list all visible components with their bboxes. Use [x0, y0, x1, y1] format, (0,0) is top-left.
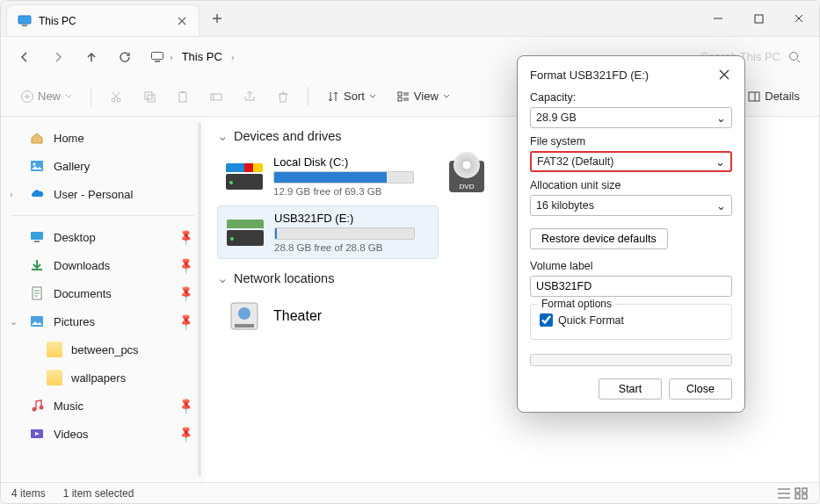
- chevron-down-icon: ⌄: [217, 271, 229, 285]
- view-button[interactable]: View: [389, 82, 458, 112]
- tab-title: This PC: [39, 15, 169, 27]
- rename-button[interactable]: [202, 82, 230, 112]
- storage-bar: [273, 171, 414, 184]
- close-icon[interactable]: [716, 67, 732, 83]
- sidebar: Home Gallery ›User - Personal Desktop📌 D…: [1, 117, 205, 482]
- chevron-right-icon: ›: [170, 52, 173, 62]
- capacity-select[interactable]: 28.9 GB⌄: [530, 107, 732, 128]
- breadcrumb-item[interactable]: This PC: [178, 47, 226, 67]
- downloads-icon: [29, 257, 45, 273]
- status-selected-count: 1 item selected: [63, 487, 134, 500]
- chevron-down-icon: ⌄: [715, 155, 725, 169]
- sidebar-item-gallery[interactable]: Gallery: [4, 152, 201, 180]
- drive-dvd[interactable]: DVD: [449, 161, 484, 192]
- svg-rect-13: [211, 94, 221, 100]
- new-tab-button[interactable]: [200, 1, 235, 36]
- volume-label-label: Volume label: [530, 260, 732, 272]
- restore-defaults-button[interactable]: Restore device defaults: [530, 228, 668, 249]
- media-device-icon: [226, 298, 263, 335]
- svg-point-7: [112, 98, 115, 102]
- sidebar-item-desktop[interactable]: Desktop📌: [4, 223, 201, 251]
- chevron-right-icon: ›: [231, 52, 235, 62]
- svg-point-5: [790, 52, 798, 60]
- chevron-down-icon: ⌄: [716, 199, 726, 212]
- sidebar-item-documents[interactable]: Documents📌: [4, 279, 201, 307]
- cut-button[interactable]: [102, 82, 130, 112]
- minimize-button[interactable]: [698, 1, 738, 36]
- svg-rect-11: [179, 92, 186, 102]
- new-button[interactable]: New: [13, 82, 80, 112]
- sidebar-item-pictures[interactable]: ⌄Pictures📌: [4, 307, 201, 335]
- breadcrumb[interactable]: › This PC ›: [143, 47, 242, 67]
- storage-bar: [274, 227, 415, 240]
- pin-icon: 📌: [176, 396, 195, 415]
- svg-rect-30: [802, 488, 807, 493]
- forward-button[interactable]: [43, 42, 73, 72]
- grid-view-icon[interactable]: [795, 487, 809, 500]
- details-pane-button[interactable]: Details: [740, 82, 807, 112]
- chevron-right-icon[interactable]: ›: [10, 189, 13, 199]
- copy-button[interactable]: [135, 82, 163, 112]
- drive-icon: [227, 220, 264, 246]
- svg-rect-4: [155, 61, 160, 62]
- videos-icon: [29, 426, 45, 442]
- svg-rect-31: [795, 494, 800, 499]
- svg-rect-3: [152, 52, 163, 59]
- volume-label-input[interactable]: [530, 276, 732, 297]
- chevron-down-icon[interactable]: ⌄: [10, 316, 18, 328]
- close-button[interactable]: Close: [669, 378, 732, 400]
- start-button[interactable]: Start: [599, 378, 662, 400]
- drive-icon: [226, 163, 263, 190]
- pin-icon: 📌: [176, 256, 195, 275]
- sidebar-item-videos[interactable]: Videos📌: [4, 420, 201, 448]
- svg-rect-1: [22, 25, 27, 26]
- sidebar-item-music[interactable]: Music📌: [4, 392, 201, 420]
- pin-icon: 📌: [176, 284, 195, 303]
- pictures-icon: [29, 313, 45, 329]
- svg-rect-32: [802, 494, 807, 499]
- up-button[interactable]: [76, 42, 106, 72]
- filesystem-select[interactable]: FAT32 (Default)⌄: [530, 151, 732, 172]
- tab-this-pc[interactable]: This PC: [6, 4, 200, 36]
- quick-format-checkbox[interactable]: Quick Format: [540, 313, 722, 327]
- sidebar-item-home[interactable]: Home: [4, 124, 201, 152]
- status-item-count: 4 items: [11, 487, 46, 500]
- sidebar-item-between-pcs[interactable]: between_pcs: [4, 335, 201, 364]
- drive-usb-e[interactable]: USB321FD (E:) 28.8 GB free of 28.8 GB: [217, 205, 439, 259]
- sidebar-item-user[interactable]: ›User - Personal: [4, 180, 201, 208]
- format-options-group: Format options Quick Format: [530, 304, 732, 340]
- svg-rect-19: [31, 232, 43, 240]
- filesystem-label: File system: [530, 135, 732, 148]
- svg-point-18: [33, 163, 36, 166]
- paste-button[interactable]: [169, 82, 197, 112]
- svg-rect-29: [795, 488, 800, 493]
- drive-local-disk-c[interactable]: Local Disk (C:) 12.9 GB free of 69.3 GB: [217, 150, 439, 202]
- home-icon: [29, 130, 45, 146]
- back-button[interactable]: [10, 42, 40, 72]
- close-icon[interactable]: [176, 15, 188, 27]
- search-icon: [787, 50, 802, 64]
- sidebar-item-wallpapers[interactable]: wallpapers: [4, 364, 201, 392]
- chevron-down-icon: ⌄: [716, 112, 726, 125]
- refresh-button[interactable]: [110, 42, 140, 72]
- allocation-label: Allocation unit size: [530, 179, 732, 191]
- pin-icon: 📌: [176, 424, 195, 443]
- maximize-button[interactable]: [738, 1, 779, 36]
- onedrive-icon: [29, 186, 45, 202]
- dialog-title: Format USB321FD (E:): [530, 68, 649, 82]
- delete-button[interactable]: [269, 82, 297, 112]
- svg-rect-15: [398, 97, 402, 101]
- svg-point-8: [117, 98, 120, 102]
- list-view-icon[interactable]: [777, 487, 791, 500]
- share-button[interactable]: [236, 82, 264, 112]
- sidebar-item-downloads[interactable]: Downloads📌: [4, 251, 201, 279]
- sort-button[interactable]: Sort: [319, 82, 384, 112]
- title-bar: This PC: [1, 1, 819, 36]
- progress-bar: [530, 354, 732, 366]
- svg-rect-16: [749, 92, 759, 101]
- capacity-label: Capacity:: [530, 91, 732, 104]
- svg-rect-2: [755, 15, 763, 23]
- monitor-icon: [150, 50, 164, 64]
- allocation-select[interactable]: 16 kilobytes⌄: [530, 195, 732, 216]
- close-window-button[interactable]: [779, 1, 819, 36]
